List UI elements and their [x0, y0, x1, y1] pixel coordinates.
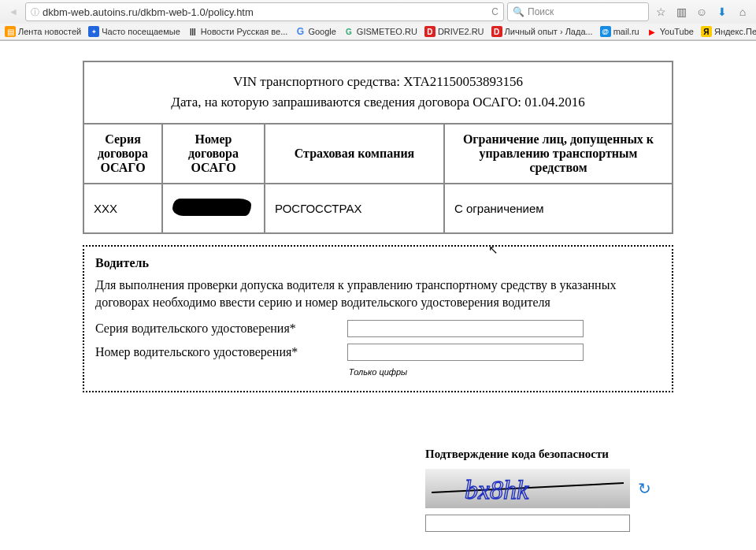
col-series: Серия договора ОСАГО [83, 124, 162, 184]
bookmark-youtube[interactable]: ▶YouTube [647, 26, 694, 37]
download-icon[interactable]: ⬇ [713, 3, 731, 20]
back-button[interactable]: ◄ [5, 3, 22, 20]
captcha-section: Подтверждение кода безопасности bx8hk ↻ [425, 448, 669, 532]
bookmark-yandex-translate[interactable]: ЯЯндекс.Переводчик [701, 26, 756, 37]
gismeteo-icon: G [343, 26, 354, 37]
cell-company: РОСГОССТРАХ [265, 184, 444, 233]
cell-series: ХХХ [83, 184, 162, 233]
google-icon: G [295, 26, 306, 37]
home-icon[interactable]: ⌂ [734, 3, 751, 20]
captcha-refresh-icon[interactable]: ↻ [638, 479, 651, 498]
bookmark-news[interactable]: ▤Лента новостей [5, 26, 81, 37]
account-icon[interactable]: ☺ [693, 3, 710, 20]
search-input[interactable]: 🔍 Поиск [507, 2, 649, 21]
col-number: Номер договора ОСАГО [162, 124, 265, 184]
captcha-text: bx8hk [465, 475, 529, 504]
captcha-title: Подтверждение кода безопасности [425, 448, 669, 461]
url-text: dkbm-web.autoins.ru/dkbm-web-1.0/policy.… [43, 6, 254, 18]
page-content: VIN транспортного средства: XTA211500538… [0, 41, 756, 408]
driver-section: Водитель Для выполнения проверки допуска… [83, 245, 673, 392]
reload-icon[interactable]: C [491, 6, 498, 17]
bookmark-mailru[interactable]: @mail.ru [600, 26, 639, 37]
bookmark-lada[interactable]: DЛичный опыт › Лада... [491, 26, 593, 37]
bookmark-gismeteo[interactable]: GGISMETEO.RU [343, 26, 417, 37]
url-input[interactable]: ⓘ dkbm-web.autoins.ru/dkbm-web-1.0/polic… [25, 2, 504, 21]
info-icon: ⓘ [31, 6, 39, 18]
search-placeholder: Поиск [528, 6, 554, 17]
driver-title: Водитель [95, 256, 661, 270]
digits-hint: Только цифры [95, 367, 661, 377]
captcha-input[interactable] [425, 515, 630, 532]
library-icon[interactable]: ▥ [673, 3, 690, 20]
driver-text: Для выполнения проверки допуска водителя… [95, 277, 661, 310]
bookmark-rusvesna[interactable]: |||Новости Русская ве... [187, 26, 288, 37]
browser-chrome: ◄ ⓘ dkbm-web.autoins.ru/dkbm-web-1.0/pol… [0, 0, 756, 41]
license-number-label: Номер водительского удостоверения* [95, 345, 347, 359]
captcha-image: bx8hk [425, 469, 630, 508]
bookmark-drive2[interactable]: DDRIVE2.RU [424, 26, 484, 37]
folder-icon: ✦ [88, 26, 99, 37]
redacted-number [172, 199, 251, 216]
date-line: Дата, на которую запрашиваются сведения … [92, 92, 664, 113]
policy-header: VIN транспортного средства: XTA211500538… [83, 61, 673, 124]
license-series-label: Серия водительского удостоверения* [95, 321, 347, 336]
vin-line: VIN транспортного средства: XTA211500538… [92, 72, 664, 92]
drive2-icon: D [491, 26, 502, 37]
drive2-icon: D [424, 26, 435, 37]
license-number-input[interactable] [347, 344, 584, 361]
cell-restriction: С ограничением [444, 184, 673, 233]
bookmark-frequent[interactable]: ✦Часто посещаемые [88, 26, 180, 37]
license-series-input[interactable] [347, 320, 584, 337]
star-icon[interactable]: ☆ [652, 3, 669, 20]
bookmark-google[interactable]: GGoogle [295, 26, 335, 37]
cell-number [162, 184, 265, 233]
bars-icon: ||| [187, 26, 198, 37]
search-icon: 🔍 [513, 6, 524, 17]
bookmarks-bar: ▤Лента новостей ✦Часто посещаемые |||Нов… [0, 24, 756, 40]
address-bar-row: ◄ ⓘ dkbm-web.autoins.ru/dkbm-web-1.0/pol… [0, 0, 756, 24]
col-company: Страховая компания [265, 124, 444, 184]
rss-icon: ▤ [5, 26, 16, 37]
col-restriction: Ограничение лиц, допущенных к управлению… [444, 124, 673, 184]
mailru-icon: @ [600, 26, 611, 37]
policy-table: VIN транспортного средства: XTA211500538… [83, 61, 673, 234]
yandex-icon: Я [701, 26, 712, 37]
youtube-icon: ▶ [647, 26, 658, 37]
table-row: ХХХ РОСГОССТРАХ С ограничением [83, 184, 673, 233]
